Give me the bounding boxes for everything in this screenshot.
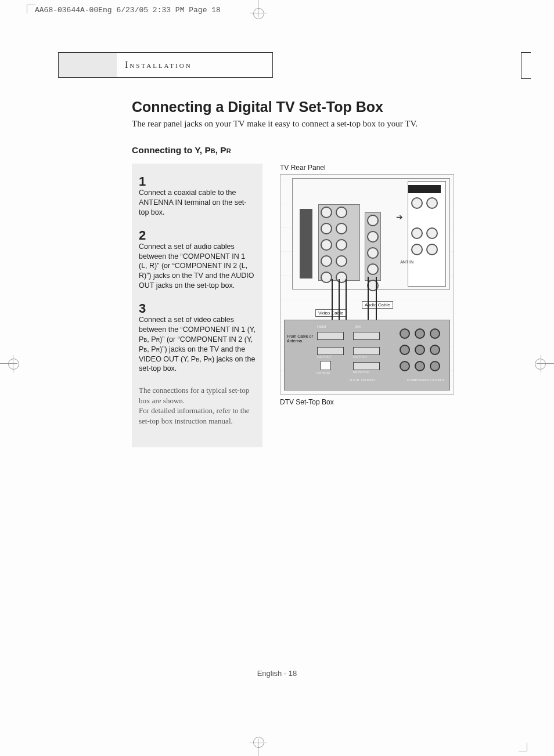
stb-output1-label: OUTPUT bbox=[317, 355, 332, 359]
note-text: The connections for a typical set-top bo… bbox=[139, 385, 256, 426]
subheading: Connecting to Y, PB, PR bbox=[132, 145, 463, 155]
stb-component-label: COMPONENT OUTPUT bbox=[407, 378, 445, 382]
section-header: Installation bbox=[58, 52, 273, 78]
tv-rear-panel: ➔ ANT IN bbox=[292, 178, 450, 290]
diagram-top-label: TV Rear Panel bbox=[280, 164, 454, 172]
stb-monitor-label: MONITOR bbox=[353, 370, 369, 374]
diagram-column: TV Rear Panel ➔ bbox=[280, 164, 454, 447]
steps-column: 1 Connect a coaxial cable to the ANTENNA… bbox=[132, 164, 262, 447]
audio-cable-label: Audio Cable bbox=[362, 301, 393, 309]
page-footer: English - 18 bbox=[0, 669, 554, 678]
st3-g: , P bbox=[147, 345, 156, 353]
diagram-bottom-label: DTV Set-Top Box bbox=[280, 398, 454, 406]
section-header-right-stub bbox=[521, 52, 531, 79]
video-cable-label: Video Cable bbox=[315, 309, 346, 317]
intro-text: The rear panel jacks on your TV make it … bbox=[132, 119, 463, 129]
stb-rgb-label: R.G.B. OUTPUT bbox=[350, 378, 375, 382]
corner-mark-bottom-right bbox=[519, 743, 527, 751]
set-top-box: From Cable or Antenna HDMI DVI OUTPUT OU… bbox=[284, 320, 450, 390]
crop-mark-right bbox=[531, 355, 554, 372]
crop-mark-left bbox=[0, 355, 23, 372]
crop-mark-bottom bbox=[250, 733, 267, 756]
step-text-2: Connect a set of audio cables between th… bbox=[139, 242, 256, 291]
stb-optical-label: OPTICAL bbox=[316, 371, 331, 375]
stb-output2-label: OUTPUT bbox=[353, 355, 368, 359]
ant-in-label: ANT IN bbox=[400, 260, 413, 264]
step-text-3: Connect a set of video cables between th… bbox=[139, 315, 256, 374]
step-text-1: Connect a coaxial cable to the ANTENNA I… bbox=[139, 188, 256, 218]
subhead-part: , P bbox=[215, 145, 226, 155]
subhead-sub-b: B bbox=[211, 147, 215, 154]
note-line-2: For detailed information, refer to the s… bbox=[139, 406, 250, 425]
step-number-1: 1 bbox=[139, 174, 256, 189]
crop-mark-top bbox=[250, 0, 267, 23]
print-header: AA68-03644A-00Eng 6/23/05 2:33 PM Page 1… bbox=[35, 6, 221, 15]
note-line-1: The connections for a typical set-top bo… bbox=[139, 386, 249, 405]
stb-dvi-label: DVI bbox=[355, 325, 361, 328]
subhead-part: Connecting to Y, P bbox=[132, 145, 211, 155]
subhead-sub-r: R bbox=[226, 147, 231, 154]
st3-k: , P bbox=[199, 355, 208, 363]
section-header-label: Installation bbox=[117, 60, 192, 70]
from-cable-label: From Cable or Antenna bbox=[287, 334, 313, 343]
arrow-icon: ➔ bbox=[396, 212, 403, 222]
av-in-label bbox=[408, 185, 441, 193]
st3-c: , P bbox=[147, 335, 156, 343]
step-number-2: 2 bbox=[139, 228, 256, 243]
corner-mark-top-left bbox=[27, 5, 35, 13]
page-title: Connecting a Digital TV Set-Top Box bbox=[132, 99, 463, 115]
connection-diagram: ➔ ANT IN Video Cable Audio Cable bbox=[280, 174, 454, 395]
step-number-3: 3 bbox=[139, 301, 256, 316]
stb-hdmi-label: HDMI bbox=[317, 325, 326, 328]
